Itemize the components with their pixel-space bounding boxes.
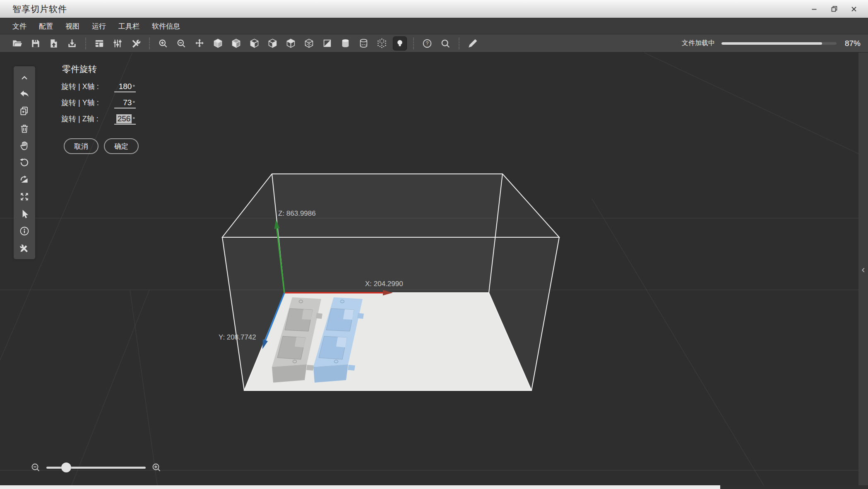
machine-settings-button[interactable] <box>90 36 108 51</box>
menu-run[interactable]: 运行 <box>86 18 112 34</box>
point-cloud-icon <box>376 38 387 49</box>
save-icon <box>30 38 41 49</box>
move-arrows-icon <box>194 38 205 49</box>
annotate-button[interactable] <box>464 36 482 51</box>
menu-view[interactable]: 视图 <box>59 18 86 34</box>
undo-icon <box>19 89 30 100</box>
zoom-slider[interactable] <box>46 463 146 472</box>
rotation-row-z: 旋转 | Z轴 : 256° <box>61 114 156 130</box>
menu-toolbar[interactable]: 工具栏 <box>112 18 146 34</box>
tools-button[interactable] <box>127 36 145 51</box>
zoom-in-button[interactable] <box>154 36 172 51</box>
view-wireframe-button[interactable] <box>300 36 318 51</box>
open-folder-icon <box>12 38 23 49</box>
cube-front-icon <box>249 38 260 49</box>
fit-view-button[interactable] <box>16 190 33 204</box>
pen-icon <box>467 38 478 49</box>
undo-button[interactable] <box>16 87 33 101</box>
parameter-settings-button[interactable] <box>108 36 127 51</box>
help-button[interactable]: ? <box>418 36 436 51</box>
viewport-3d[interactable]: Z: 863.9986 X: 204.2990 Y: 208.7742 <box>0 53 868 485</box>
restore-button[interactable] <box>824 0 844 18</box>
rotate-view-button[interactable] <box>16 156 33 170</box>
view-right-button[interactable] <box>263 36 281 51</box>
loading-progress-fill <box>721 42 822 45</box>
toolbar: ? 文件加载中 87% <box>0 34 868 53</box>
import-file-button[interactable] <box>63 36 81 51</box>
save-file-button[interactable] <box>26 36 45 51</box>
help-icon: ? <box>422 38 433 49</box>
duplicate-button[interactable] <box>16 104 33 118</box>
cube-right-icon <box>267 38 278 49</box>
rotation-panel-buttons: 取消 确定 <box>64 138 156 154</box>
trash-icon <box>19 123 30 134</box>
rotation-y-label: 旋转 | Y轴 : <box>61 98 111 108</box>
rotation-z-input[interactable]: 256° <box>114 114 136 125</box>
view-left-button[interactable] <box>227 36 245 51</box>
open-file-button[interactable] <box>8 36 26 51</box>
rotation-y-input[interactable]: 73° <box>114 98 136 108</box>
cylinder-icon <box>340 38 351 49</box>
hand-icon <box>19 140 30 151</box>
view-section-button[interactable] <box>318 36 336 51</box>
rotation-x-input[interactable]: 180° <box>114 82 136 92</box>
menu-config[interactable]: 配置 <box>33 18 59 34</box>
window-title: 智享切片软件 <box>0 3 67 15</box>
cube-wireframe-icon <box>303 38 315 49</box>
expand-right-panel-button[interactable]: ‹ <box>862 265 865 275</box>
select-button[interactable] <box>16 207 33 221</box>
minimize-button[interactable] <box>804 0 824 18</box>
zoom-out-magnifier-icon[interactable] <box>31 463 41 472</box>
zoom-in-magnifier-icon[interactable] <box>151 463 161 472</box>
rotation-x-label: 旋转 | X轴 : <box>61 82 111 92</box>
left-tool-rail <box>14 66 35 259</box>
move-view-button[interactable] <box>190 36 209 51</box>
toolbar-separator <box>413 38 414 49</box>
export-file-button[interactable] <box>45 36 63 51</box>
import-download-icon <box>67 38 77 49</box>
machine-panel-icon <box>94 38 105 49</box>
lightbulb-icon <box>395 39 405 48</box>
app-window: 智享切片软件 文件 配置 视图 运行 工具栏 软件信息 <box>0 0 868 489</box>
cancel-button[interactable]: 取消 <box>64 138 99 154</box>
axis-label-z: Z: 863.9986 <box>278 210 316 217</box>
point-cloud-button[interactable] <box>373 36 391 51</box>
view-iso-button[interactable] <box>209 36 227 51</box>
pan-button[interactable] <box>16 139 33 153</box>
duplicate-page-icon <box>19 106 30 117</box>
cursor-icon <box>19 209 30 219</box>
confirm-button[interactable]: 确定 <box>104 138 139 154</box>
toolbar-separator <box>85 38 86 49</box>
delete-button[interactable] <box>16 122 33 136</box>
close-button[interactable] <box>844 0 864 18</box>
cube-left-icon <box>231 38 242 49</box>
view-top-button[interactable] <box>281 36 300 51</box>
view-front-button[interactable] <box>245 36 263 51</box>
light-toggle-button[interactable] <box>393 36 407 51</box>
rotation-row-y: 旋转 | Y轴 : 73° <box>61 98 156 114</box>
toolbar-separator <box>149 38 150 49</box>
lay-flat-button[interactable] <box>16 173 33 187</box>
info-icon <box>19 226 30 236</box>
cube-top-icon <box>285 38 296 49</box>
cylinder-wireframe-button[interactable] <box>354 36 373 51</box>
collapse-rail-button[interactable] <box>16 70 33 84</box>
menu-file[interactable]: 文件 <box>6 18 33 34</box>
right-panel-strip: ‹ <box>858 53 868 485</box>
search-icon <box>440 38 451 49</box>
sliders-icon <box>112 38 123 49</box>
zoom-slider-thumb[interactable] <box>61 463 71 472</box>
loading-status: 文件加载中 87% <box>682 39 861 48</box>
search-button[interactable] <box>436 36 454 51</box>
expand-arrows-icon <box>19 191 30 202</box>
cylinder-solid-button[interactable] <box>336 36 354 51</box>
cube-iso-icon <box>212 38 224 49</box>
title-bar: 智享切片软件 <box>0 0 868 18</box>
rotation-panel: 零件旋转 旋转 | X轴 : 180° 旋转 | Y轴 : 73° 旋转 | Z… <box>61 63 156 154</box>
repair-button[interactable] <box>16 241 33 255</box>
info-button[interactable] <box>16 224 33 238</box>
menu-about[interactable]: 软件信息 <box>146 18 186 34</box>
build-volume-front-wall <box>222 237 559 390</box>
zoom-out-button[interactable] <box>172 36 190 51</box>
chevron-up-icon <box>20 74 29 81</box>
